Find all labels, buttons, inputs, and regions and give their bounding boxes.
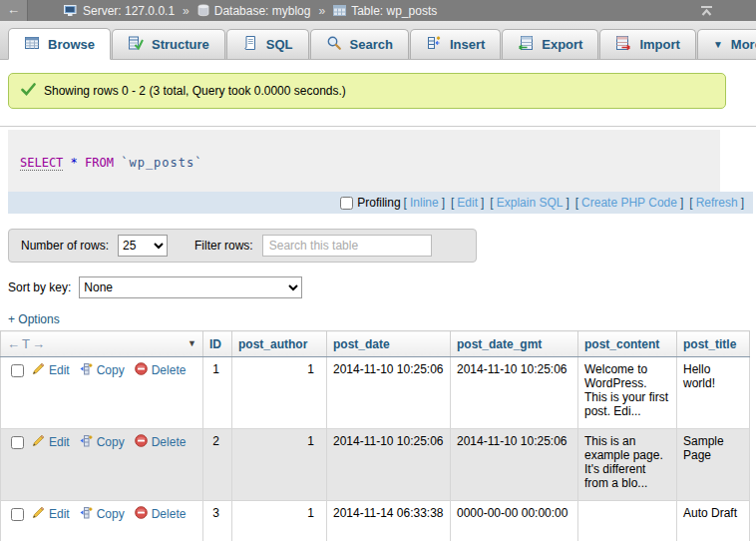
cell-post-title: Sample Page	[677, 429, 750, 501]
sort-by-key-label: Sort by key:	[8, 280, 71, 294]
success-message: Showing rows 0 - 2 (3 total, Query took …	[8, 73, 726, 109]
tab-label: Search	[350, 37, 393, 52]
copy-icon	[80, 506, 93, 522]
sql-tool-link[interactable]: Refresh	[696, 196, 738, 210]
cell-post-date: 2014-11-14 06:33:38	[327, 501, 451, 541]
breadcrumb: Server: 127.0.0.1 » Database: myblog » T…	[64, 4, 437, 18]
column-nav-icon[interactable]: ←T→	[7, 336, 47, 351]
column-header-post-date[interactable]: post_date	[327, 331, 451, 357]
delete-icon	[135, 362, 148, 378]
tab-export[interactable]: Export	[502, 29, 598, 59]
import-icon	[615, 35, 631, 54]
breadcrumb-bar: ← Server: 127.0.0.1 » Database: myblog »…	[0, 0, 756, 21]
options-toggle[interactable]: + Options	[8, 312, 60, 326]
sql-query-box: SELECT * FROM `wp_posts`	[8, 130, 720, 192]
copy-link-label: Copy	[97, 435, 125, 449]
sql-keyword-from: FROM	[85, 156, 114, 170]
results-tbody: EditCopyDelete112014-11-10 10:25:062014-…	[1, 357, 750, 541]
column-header-post-date-gmt[interactable]: post_date_gmt	[451, 331, 578, 357]
sql-keyword-select[interactable]: SELECT	[20, 156, 63, 171]
row-checkbox[interactable]	[11, 436, 24, 449]
sql-tool-link[interactable]: Explain SQL	[497, 196, 564, 210]
edit-link-label: Edit	[49, 435, 70, 449]
tab-browse[interactable]: Browse	[8, 28, 111, 60]
sql-tool-link[interactable]: Inline	[410, 196, 439, 210]
tab-insert[interactable]: Insert	[410, 29, 501, 59]
delete-link[interactable]: Delete	[135, 506, 187, 522]
collapse-icon[interactable]	[699, 5, 714, 17]
search-icon	[326, 35, 342, 54]
bracket: [	[451, 196, 454, 210]
sql-tool-link[interactable]: Create PHP Code	[581, 196, 677, 210]
number-of-rows-select[interactable]: 25	[118, 235, 168, 257]
tab-sql[interactable]: SQL	[226, 29, 309, 59]
profiling-checkbox[interactable]	[340, 197, 353, 210]
delete-link-label: Delete	[152, 507, 187, 521]
copy-link-label: Copy	[97, 363, 125, 377]
cell-id: 2	[203, 429, 232, 501]
tab-label: Structure	[152, 37, 209, 52]
edit-link-label: Edit	[49, 507, 70, 521]
table-row: EditCopyDelete312014-11-14 06:33:380000-…	[1, 501, 750, 541]
delete-link[interactable]: Delete	[135, 434, 187, 450]
column-header-post-author[interactable]: post_author	[232, 331, 327, 357]
success-check-icon	[21, 83, 36, 99]
cell-post-author: 1	[232, 357, 327, 429]
tab-label: More	[731, 37, 756, 52]
cell-post-date: 2014-11-10 10:25:06	[327, 357, 451, 429]
tab-more[interactable]: ▼ More	[697, 29, 756, 59]
back-button[interactable]: ←	[0, 0, 28, 21]
cell-actions: EditCopyDelete	[1, 429, 203, 501]
edit-link[interactable]: Edit	[32, 362, 70, 378]
cell-id: 1	[203, 357, 232, 429]
tab-import[interactable]: Import	[599, 29, 695, 59]
breadcrumb-server[interactable]: Server: 127.0.0.1	[83, 4, 175, 18]
row-checkbox[interactable]	[11, 508, 24, 521]
bracket: ]	[442, 196, 445, 210]
copy-link[interactable]: Copy	[80, 434, 125, 450]
tab-structure[interactable]: Structure	[112, 29, 225, 59]
sort-by-key-select[interactable]: None	[79, 276, 302, 298]
cell-post-author: 1	[232, 429, 327, 501]
delete-link-label: Delete	[152, 435, 187, 449]
header-row: ←T→ ▼ ID post_author post_date post_date…	[1, 331, 750, 357]
sort-desc-icon[interactable]: ▼	[188, 338, 196, 348]
tab-label: Import	[639, 37, 679, 52]
delete-link-label: Delete	[152, 363, 187, 377]
table-row: EditCopyDelete212014-11-10 10:25:062014-…	[1, 429, 750, 501]
cell-post-date-gmt: 0000-00-00 00:00:00	[451, 501, 578, 541]
cell-post-content: This is an example page. It's different …	[578, 429, 677, 501]
delete-link[interactable]: Delete	[135, 362, 187, 378]
cell-post-title: Hello world!	[677, 357, 750, 429]
row-checkbox[interactable]	[11, 364, 24, 377]
column-header-id[interactable]: ID	[203, 331, 232, 357]
edit-link[interactable]: Edit	[32, 434, 70, 450]
section-divider	[0, 126, 756, 127]
bracket: ]	[566, 196, 568, 210]
success-message-text: Showing rows 0 - 2 (3 total, Query took …	[44, 84, 346, 98]
copy-link[interactable]: Copy	[80, 362, 125, 378]
bracket: ]	[680, 196, 683, 210]
sql-table-identifier: `wp_posts`	[121, 156, 202, 170]
sql-action-links: [Inline][Edit][Explain SQL][Create PHP C…	[401, 196, 747, 210]
breadcrumb-database[interactable]: Database: myblog	[214, 4, 311, 18]
browse-icon	[24, 35, 40, 54]
tab-bar: Browse Structure SQL Search Insert Expor…	[0, 21, 756, 60]
export-icon	[518, 35, 534, 54]
copy-icon	[80, 434, 93, 450]
sql-tool-link[interactable]: Edit	[457, 196, 478, 210]
column-header-post-content[interactable]: post_content	[578, 331, 677, 357]
copy-icon	[80, 362, 93, 378]
database-icon	[197, 4, 209, 17]
cell-post-date: 2014-11-10 10:25:06	[327, 429, 451, 501]
bracket: [	[575, 196, 578, 210]
copy-link[interactable]: Copy	[80, 506, 125, 522]
breadcrumb-table[interactable]: Table: wp_posts	[351, 4, 437, 18]
filter-rows-input[interactable]	[262, 235, 432, 257]
edit-link[interactable]: Edit	[32, 506, 70, 522]
tab-search[interactable]: Search	[310, 29, 409, 59]
column-header-post-title[interactable]: post_title	[677, 331, 750, 357]
cell-post-title: Auto Draft	[677, 501, 750, 541]
insert-icon	[426, 35, 442, 54]
pencil-icon	[32, 434, 45, 450]
